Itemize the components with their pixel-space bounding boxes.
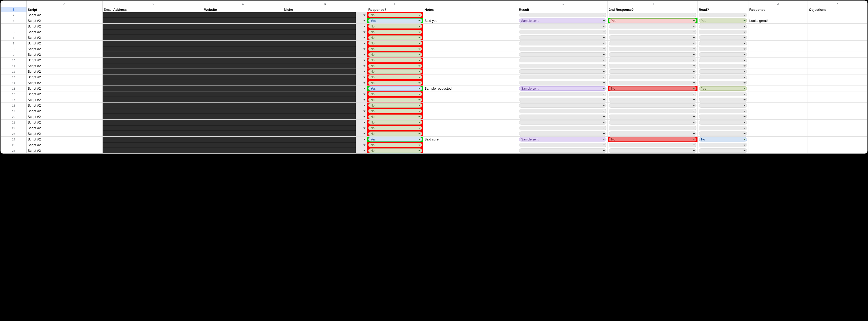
cell-objections[interactable] — [808, 125, 867, 131]
cell-response-j[interactable] — [748, 114, 808, 120]
col-header-H[interactable]: H — [608, 1, 698, 7]
response-dropdown[interactable]: No — [367, 41, 423, 46]
second-response-dropdown[interactable] — [608, 97, 698, 103]
col-header-C[interactable]: C — [203, 1, 283, 7]
niche-dropdown[interactable] — [356, 18, 367, 24]
second-response-dropdown[interactable] — [608, 120, 698, 125]
cell-response-j[interactable] — [748, 12, 808, 18]
cell-response-j[interactable] — [748, 120, 808, 125]
result-dropdown[interactable] — [518, 108, 608, 114]
second-response-dropdown[interactable] — [608, 24, 698, 29]
response-dropdown[interactable]: No — [367, 69, 423, 74]
cell-objections[interactable] — [808, 52, 867, 58]
redacted-cell[interactable] — [102, 63, 356, 69]
row-header[interactable]: 6 — [1, 35, 27, 41]
cell-script[interactable]: Script #2 — [27, 120, 102, 125]
header-email[interactable]: Email Address — [102, 7, 203, 12]
cell-notes[interactable] — [423, 148, 518, 153]
second-response-dropdown[interactable] — [608, 125, 698, 131]
cell-response-j[interactable] — [748, 69, 808, 74]
niche-dropdown[interactable] — [356, 69, 367, 74]
response-dropdown[interactable]: No — [367, 142, 423, 148]
row-header[interactable]: 15 — [1, 86, 27, 92]
result-dropdown[interactable]: Sample sent. — [518, 86, 608, 92]
read-dropdown[interactable]: Yes — [698, 86, 748, 92]
second-response-dropdown[interactable] — [608, 58, 698, 63]
second-response-dropdown[interactable] — [608, 131, 698, 137]
row-header[interactable]: 5 — [1, 29, 27, 35]
col-header-G[interactable]: G — [518, 1, 608, 7]
second-response-dropdown[interactable] — [608, 92, 698, 97]
redacted-cell[interactable] — [102, 29, 356, 35]
row-header[interactable]: 22 — [1, 125, 27, 131]
cell-script[interactable]: Script #2 — [27, 97, 102, 103]
cell-script[interactable]: Script #2 — [27, 137, 102, 142]
read-dropdown[interactable] — [698, 69, 748, 74]
cell-notes[interactable] — [423, 69, 518, 74]
grid[interactable]: A B C D E F G H I J K 1ScriptEmail Addre… — [1, 1, 867, 153]
redacted-cell[interactable] — [102, 92, 356, 97]
redacted-cell[interactable] — [102, 125, 356, 131]
niche-dropdown[interactable] — [356, 103, 367, 108]
row-header[interactable]: 24 — [1, 137, 27, 142]
cell-notes[interactable]: Sample requested — [423, 86, 518, 92]
cell-notes[interactable] — [423, 41, 518, 46]
header-2nd-response[interactable]: 2nd Response? — [608, 7, 698, 12]
row-header[interactable]: 4 — [1, 24, 27, 29]
cell-response-j[interactable] — [748, 131, 808, 137]
niche-dropdown[interactable] — [356, 137, 367, 142]
read-dropdown[interactable] — [698, 92, 748, 97]
cell-response-j[interactable] — [748, 97, 808, 103]
cell-objections[interactable] — [808, 131, 867, 137]
second-response-dropdown[interactable] — [608, 148, 698, 153]
col-header-D[interactable]: D — [283, 1, 367, 7]
niche-dropdown[interactable] — [356, 12, 367, 18]
redacted-cell[interactable] — [102, 52, 356, 58]
second-response-dropdown[interactable] — [608, 142, 698, 148]
result-dropdown[interactable]: Sample sent. — [518, 137, 608, 142]
row-header[interactable]: 1 — [1, 7, 27, 12]
read-dropdown[interactable] — [698, 120, 748, 125]
redacted-cell[interactable] — [102, 86, 356, 92]
cell-script[interactable]: Script #2 — [27, 131, 102, 137]
cell-objections[interactable] — [808, 103, 867, 108]
niche-dropdown[interactable] — [356, 142, 367, 148]
result-dropdown[interactable] — [518, 52, 608, 58]
cell-notes[interactable] — [423, 12, 518, 18]
cell-script[interactable]: Script #2 — [27, 46, 102, 52]
response-dropdown[interactable]: Yes — [367, 86, 423, 92]
niche-dropdown[interactable] — [356, 58, 367, 63]
cell-objections[interactable] — [808, 58, 867, 63]
row-header[interactable]: 25 — [1, 142, 27, 148]
cell-response-j[interactable] — [748, 24, 808, 29]
redacted-cell[interactable] — [102, 131, 356, 137]
cell-script[interactable]: Script #2 — [27, 92, 102, 97]
result-dropdown[interactable] — [518, 58, 608, 63]
cell-response-j[interactable] — [748, 125, 808, 131]
niche-dropdown[interactable] — [356, 97, 367, 103]
result-dropdown[interactable] — [518, 131, 608, 137]
cell-response-j[interactable] — [748, 103, 808, 108]
cell-notes[interactable] — [423, 80, 518, 86]
second-response-dropdown[interactable]: Yes — [608, 18, 698, 24]
cell-objections[interactable] — [808, 29, 867, 35]
cell-script[interactable]: Script #2 — [27, 63, 102, 69]
cell-objections[interactable] — [808, 137, 867, 142]
row-header[interactable]: 2 — [1, 12, 27, 18]
header-script[interactable]: Script — [27, 7, 102, 12]
cell-objections[interactable] — [808, 148, 867, 153]
row-header[interactable]: 9 — [1, 52, 27, 58]
cell-script[interactable]: Script #2 — [27, 52, 102, 58]
redacted-cell[interactable] — [102, 103, 356, 108]
cell-notes[interactable] — [423, 92, 518, 97]
row-header[interactable]: 26 — [1, 148, 27, 153]
col-header-I[interactable]: I — [698, 1, 748, 7]
niche-dropdown[interactable] — [356, 92, 367, 97]
cell-notes[interactable] — [423, 142, 518, 148]
redacted-cell[interactable] — [102, 18, 356, 24]
cell-response-j[interactable] — [748, 108, 808, 114]
result-dropdown[interactable] — [518, 74, 608, 80]
cell-response-j[interactable] — [748, 92, 808, 97]
niche-dropdown[interactable] — [356, 114, 367, 120]
cell-script[interactable]: Script #2 — [27, 148, 102, 153]
